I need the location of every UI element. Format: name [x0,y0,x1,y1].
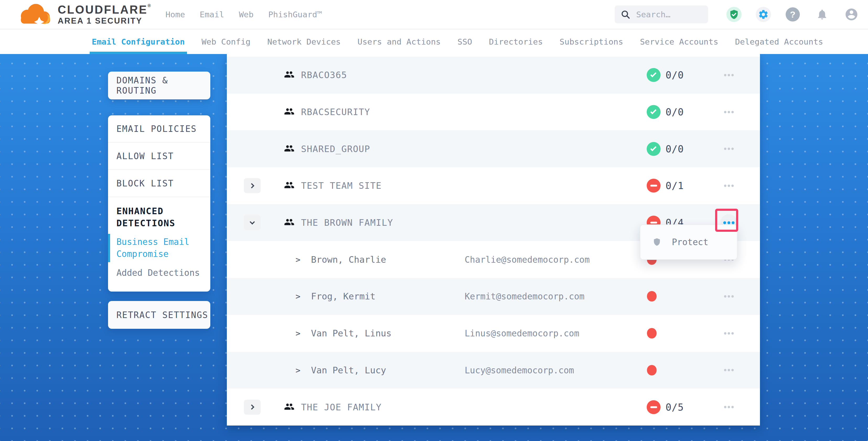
member-email: Lucy@somedemocorp.com [465,365,574,375]
tab-label: Subscriptions [560,37,623,46]
brand-subtitle: AREA 1 SECURITY [58,17,151,25]
brand-name: CLOUDFLARE® [58,4,151,16]
group-icon [283,401,295,413]
row-menu-button[interactable] [720,177,737,194]
question-mark-icon: ? [786,7,800,22]
sidebar-item-business-email-compromise[interactable]: Business Email Compromise [117,236,202,260]
header-right: ? [615,5,868,23]
sidebar-item-label: RETRACT SETTINGS [117,310,208,320]
status-glyph [650,71,656,77]
brand[interactable]: CLOUDFLARE® AREA 1 SECURITY [0,2,151,27]
groups-table: RBACO365 0/0 RBACSECURITY 0/0 SHARED_GRO… [227,54,760,426]
table-row-member-frog-kermit: > Frog, Kermit Kermit@somedemocorp.com [227,278,760,315]
member-email: Kermit@somedemocorp.com [465,291,585,302]
table-row-group-test-team-site: TEST TEAM SITE 0/1 [227,167,760,204]
search-input[interactable] [636,9,702,20]
group-name: RBACSECURITY [301,107,370,117]
settings-button[interactable] [756,7,771,22]
shield-check-icon [728,9,740,20]
group-name: THE JOE FAMILY [301,402,382,412]
member-name: Brown, Charlie [311,254,386,265]
sidebar-policies-box: EMAIL POLICIES ALLOW LIST BLOCK LIST ENH… [108,115,210,291]
security-status-button[interactable] [726,7,742,22]
bell-icon [816,8,828,21]
profile-button[interactable] [844,7,859,22]
protected-count: 0/1 [665,180,684,191]
tab-web-config[interactable]: Web Config [202,29,251,54]
header-nav-home[interactable]: Home [165,10,185,19]
tab-label: Email Configuration [92,37,185,46]
tab-label: Service Accounts [640,37,718,46]
group-icon [283,106,295,118]
group-icon [283,143,295,155]
tab-label: Delegated Accounts [735,37,823,46]
context-menu-item-protect[interactable]: Protect [640,225,737,259]
group-name: TEST TEAM SITE [301,180,382,191]
tab-label: SSO [458,37,472,46]
header-nav-email[interactable]: Email [200,10,224,19]
sidebar-item-block-list[interactable]: BLOCK LIST [108,170,210,197]
header-nav-web[interactable]: Web [239,10,254,19]
sidebar-item-domains-routing[interactable]: DOMAINS & ROUTING [108,71,210,99]
row-menu-button[interactable] [720,288,737,305]
sidebar-item-label: DOMAINS & ROUTING [117,75,210,96]
tab-email-configuration[interactable]: Email Configuration [92,29,185,54]
row-menu-button[interactable] [720,140,737,157]
tab-subscriptions[interactable]: Subscriptions [560,29,623,54]
app-root: CLOUDFLARE® AREA 1 SECURITY HomeEmailWeb… [0,0,868,441]
sidebar-item-label: EMAIL POLICIES [117,124,197,134]
member-chevron-icon[interactable]: > [296,328,301,338]
sidebar-item-email-policies[interactable]: EMAIL POLICIES [108,115,210,143]
protected-count: 0/0 [665,106,684,118]
protected-count: 0/5 [665,401,684,413]
tab-label: Users and Actions [358,37,440,46]
member-name: Van Pelt, Linus [311,328,392,339]
sidebar-item-label: ALLOW LIST [117,151,174,161]
protected-count: 0/0 [665,69,684,81]
row-menu-button[interactable] [720,362,737,379]
table-row-group-rbaco365: RBACO365 0/0 [227,57,760,94]
member-name: Frog, Kermit [311,291,375,302]
member-chevron-icon[interactable]: > [296,366,301,375]
group-status-icon [647,105,660,119]
brand-text: CLOUDFLARE® AREA 1 SECURITY [58,4,151,27]
notifications-button[interactable] [814,7,830,22]
expand-toggle-button[interactable] [244,215,261,230]
row-menu-button[interactable] [720,399,737,416]
tab-label: Directories [489,37,543,46]
tab-network-devices[interactable]: Network Devices [267,29,341,54]
tab-directories[interactable]: Directories [489,29,543,54]
tab-label: Network Devices [267,37,341,46]
section-tabs: Email ConfigurationWeb ConfigNetwork Dev… [0,29,868,54]
protected-count: 0/0 [665,143,684,154]
cloudflare-logo-icon [15,2,55,27]
row-menu-button[interactable] [720,325,737,342]
expand-toggle-button[interactable] [244,400,261,414]
member-chevron-icon[interactable]: > [296,255,301,264]
header-nav-phishguard[interactable]: PhishGuard™ [268,10,322,19]
group-status-icon [647,68,660,82]
tab-delegated-accounts[interactable]: Delegated Accounts [735,29,823,54]
help-button[interactable]: ? [785,7,800,22]
sidebar-item-added-detections[interactable]: Added Detections [117,267,202,279]
table-row-group-rbacsecurity: RBACSECURITY 0/0 [227,94,760,131]
member-chevron-icon[interactable]: > [296,291,301,301]
member-name: Van Pelt, Lucy [311,365,386,375]
sidebar-item-allow-list[interactable]: ALLOW LIST [108,143,210,170]
group-icon [283,69,295,81]
tab-users-and-actions[interactable]: Users and Actions [358,29,440,54]
tab-sso[interactable]: SSO [458,29,472,54]
row-menu-button[interactable] [720,67,737,83]
gear-icon [758,9,769,20]
sidebar-section-title[interactable]: ENHANCED DETECTIONS [117,205,202,229]
search-box[interactable] [615,5,708,23]
group-name: RBACO365 [301,70,347,80]
top-header: CLOUDFLARE® AREA 1 SECURITY HomeEmailWeb… [0,0,868,29]
row-menu-button[interactable] [720,103,737,120]
tab-label: Web Config [202,37,251,46]
sidebar-item-retract-settings[interactable]: RETRACT SETTINGS [108,301,210,329]
chevron-icon [249,405,254,410]
table-row-group-shared-group: SHARED_GROUP 0/0 [227,130,760,167]
tab-service-accounts[interactable]: Service Accounts [640,29,718,54]
expand-toggle-button[interactable] [244,178,261,193]
